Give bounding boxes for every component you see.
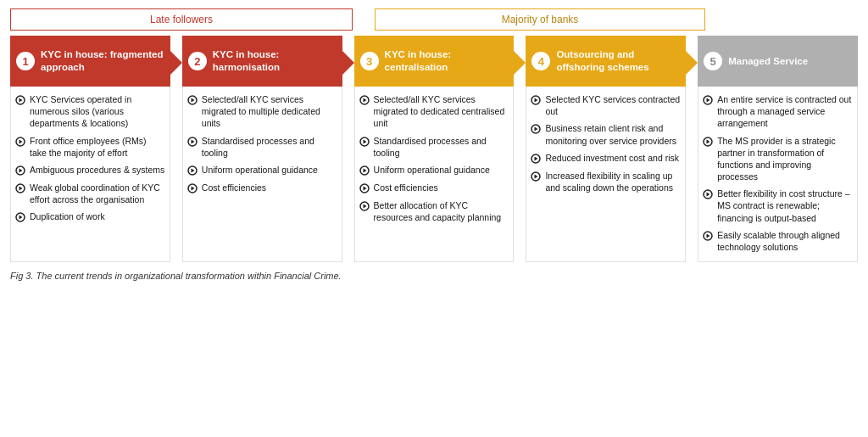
col-content-4: Selected KYC services contracted outBusi… [526,87,686,262]
bullet-text: Selected/all KYC services migrated to de… [374,93,509,130]
bullet-item: Business retain client risk and monitori… [530,122,681,146]
bullet-item: KYC Services operated in numerous silos … [14,93,165,130]
svg-marker-32 [535,98,538,103]
svg-marker-39 [686,51,698,75]
col-content-2: Selected/all KYC services migrated to mu… [182,87,342,262]
bullet-text: Reduced investment cost and risk [545,152,679,164]
svg-marker-3 [19,139,23,143]
svg-marker-45 [707,193,710,197]
bullet-icon [359,94,370,106]
bullet-text: Selected KYC services contracted out [545,93,681,117]
svg-marker-16 [191,168,194,172]
bullet-text: Easily scalable through aligned technolo… [717,229,853,253]
bullet-text: Standardised processes and tooling [202,135,337,159]
svg-marker-12 [191,98,194,103]
bullet-item: Cost efficiencies [359,182,509,194]
bullet-item: Standardised processes and tooling [359,135,509,159]
arrow-1 [170,36,182,262]
bullet-item: Uniform operational guidance [359,164,509,176]
svg-marker-1 [19,98,23,103]
bullet-text: Better allocation of KYC resources and c… [374,199,509,223]
main-container: Late followers Majority of banks 1KYC in… [0,0,868,289]
bullet-text: Duplication of work [30,210,105,222]
bullet-text: Cost efficiencies [374,182,438,193]
svg-marker-29 [363,204,366,208]
bullet-item: Selected KYC services contracted out [530,93,681,117]
late-followers-header: Late followers [10,8,353,31]
svg-marker-23 [363,139,366,143]
svg-marker-14 [191,139,194,143]
column-3: 3KYC in house: centralisationSelected/al… [354,36,515,262]
bullet-icon [359,182,370,194]
arrow-4 [686,36,698,262]
svg-marker-5 [19,168,23,172]
bullet-icon [186,182,198,194]
late-followers-label: Late followers [150,14,213,25]
bullet-item: Front office employees (RMs) take the ma… [14,135,165,159]
bullet-text: Uniform operational guidance [374,164,490,176]
bullet-item: Cost efficiencies [186,182,337,194]
bullet-icon [702,94,714,106]
col-title-2: 2KYC in house: harmonisation [182,36,342,87]
col-title-3: 3KYC in house: centralisation [354,36,515,87]
bullet-item: Easily scalable through aligned technolo… [702,229,853,253]
bullet-text: The MS provider is a strategic partner i… [717,135,853,183]
col-title-5: 5Managed Service [698,36,858,87]
svg-marker-38 [535,174,538,178]
col-number-1: 1 [16,52,35,70]
col-number-3: 3 [360,52,379,70]
bullet-item: The MS provider is a strategic partner i… [702,135,853,183]
bullet-text: Weak global coordination of KYC effort a… [30,182,165,205]
svg-marker-43 [707,139,710,143]
bullet-icon [14,182,26,194]
bullet-text: An entire service is contracted out thro… [717,93,853,130]
column-1: 1KYC in house: fragmented approachKYC Se… [10,36,170,262]
bullet-item: Duplication of work [14,210,165,223]
bullet-icon [14,136,26,148]
columns-container: 1KYC in house: fragmented approachKYC Se… [10,36,858,262]
bullet-item: An entire service is contracted out thro… [702,93,853,130]
bullet-icon [14,211,26,223]
bullet-item: Selected/all KYC services migrated to mu… [186,93,337,130]
svg-marker-30 [514,51,526,75]
svg-marker-34 [535,127,538,132]
bullet-text: Cost efficiencies [202,182,266,193]
svg-marker-18 [191,186,194,190]
bullet-text: Increased flexibility in scaling up and … [545,170,681,193]
svg-marker-10 [170,51,182,75]
bullet-icon [186,165,198,176]
col-title-text-4: Outsourcing and offshoring schemes [556,48,680,74]
bullet-icon [186,94,198,106]
svg-marker-19 [342,51,354,75]
bullet-icon [530,153,542,165]
arrow-2 [342,36,354,262]
bullet-icon [359,136,370,148]
bullet-icon [702,136,714,148]
bullet-item: Increased flexibility in scaling up and … [530,170,681,193]
bullet-item: Standardised processes and tooling [186,135,337,159]
bullet-icon [359,165,370,176]
col-number-4: 4 [531,52,550,70]
svg-marker-7 [19,186,23,190]
svg-marker-47 [707,233,710,238]
col-number-2: 2 [188,52,207,70]
bullet-text: Front office employees (RMs) take the ma… [30,135,165,159]
bullet-item: Better flexibility in cost structure – M… [702,188,853,224]
bullet-icon [14,94,26,106]
svg-marker-9 [19,216,23,220]
svg-marker-41 [707,98,710,103]
bullet-item: Selected/all KYC services migrated to de… [359,93,509,130]
col-number-5: 5 [704,52,722,70]
bullet-icon [530,94,542,106]
bullet-item: Uniform operational guidance [186,164,337,176]
bullet-icon [702,230,714,242]
bullet-text: KYC Services operated in numerous silos … [30,93,165,130]
column-2: 2KYC in house: harmonisationSelected/all… [182,36,342,262]
figure-caption: Fig 3. The current trends in organizatio… [10,271,858,281]
bullet-icon [186,136,198,148]
bullet-item: Weak global coordination of KYC effort a… [14,182,165,205]
svg-marker-25 [363,168,366,172]
bullet-text: Ambiguous procedures & systems [30,164,164,176]
svg-marker-21 [363,98,366,103]
arrow-3 [514,36,526,262]
